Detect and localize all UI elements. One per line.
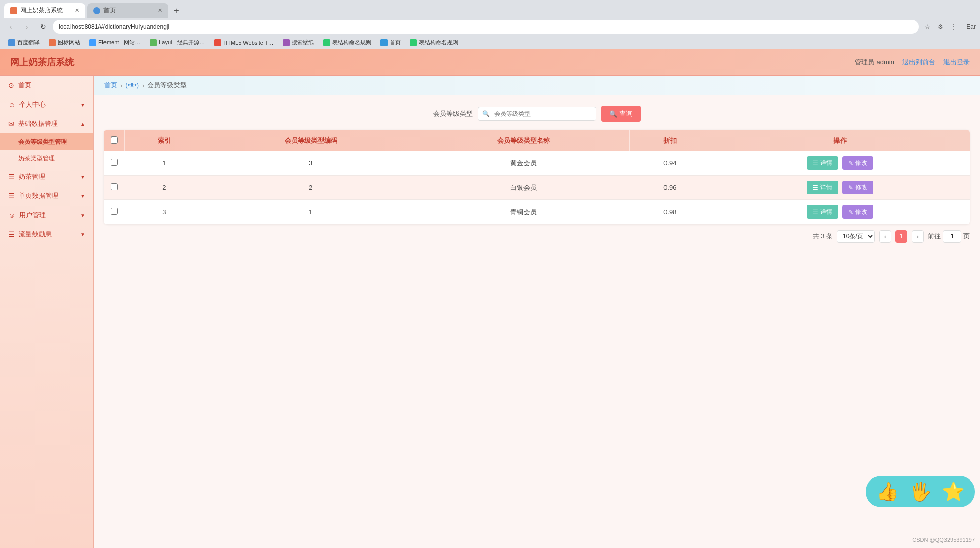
breadcrumb-emoji[interactable]: (•ᴥ•)	[125, 81, 139, 89]
next-page-button[interactable]: ›	[912, 230, 924, 243]
search-label: 会员等级类型	[433, 109, 473, 118]
th-code: 会员等级类型编码	[204, 130, 417, 151]
breadcrumb-current: 会员等级类型	[147, 81, 187, 90]
row3-edit-button[interactable]: ✎ 修改	[842, 205, 873, 219]
row1-actions: ☰ 详情 ✎ 修改	[710, 151, 970, 176]
search-input-icon: 🔍	[478, 110, 494, 117]
sidebar: ⊙ 首页 ☺ 个人中心 ▼ ✉ 基础数据管理 ▲ 会员等级类型管理 奶茶类型管理…	[0, 76, 94, 548]
breadcrumb-home[interactable]: 首页	[104, 81, 117, 90]
bookmark-favicon-2	[49, 39, 56, 46]
sidebar-item-orders[interactable]: ☰ 奶茶管理 ▼	[0, 167, 93, 186]
forward-button[interactable]: ›	[20, 20, 33, 33]
bookmark-favicon-4	[150, 39, 157, 46]
sidebar-item-users[interactable]: ☺ 用户管理 ▼	[0, 206, 93, 225]
row1-detail-button[interactable]: ☰ 详情	[807, 156, 838, 170]
prev-page-button[interactable]: ‹	[879, 230, 891, 243]
th-checkbox	[104, 130, 124, 151]
th-index: 索引	[124, 130, 204, 151]
bookmark-favicon-1	[8, 39, 15, 46]
goto-input[interactable]	[943, 230, 961, 243]
search-input-wrap: 🔍	[478, 107, 596, 121]
sidebar-item-order-data[interactable]: ☰ 单页数据管理 ▼	[0, 186, 93, 206]
row1-checkbox[interactable]	[111, 159, 118, 166]
bookmark-icons[interactable]: 图标网站	[45, 38, 84, 47]
current-page-number[interactable]: 1	[895, 230, 907, 243]
list-icon: ☰	[8, 173, 15, 181]
page-size-select[interactable]: 10条/页 20条/页 50条/页	[837, 230, 875, 243]
bookmark-table-rule1[interactable]: 表结构命名规则	[319, 38, 375, 47]
row3-actions: ☰ 详情 ✎ 修改	[710, 200, 970, 224]
sidebar-item-base-data[interactable]: ✉ 基础数据管理 ▲	[0, 114, 93, 133]
chevron-down-icon-5: ▼	[80, 232, 85, 237]
th-actions: 操作	[710, 130, 970, 151]
extension-icon[interactable]: ⚙	[935, 21, 946, 32]
app-header: 网上奶茶店系统 管理员 admin 退出到前台 退出登录	[0, 49, 980, 76]
row3-index: 3	[124, 200, 204, 224]
sidebar-sub-item-type-manage[interactable]: 奶茶类型管理	[0, 150, 93, 167]
page-goto: 前往 页	[928, 230, 970, 243]
edit-icon-2: ✎	[848, 184, 853, 191]
address-input[interactable]	[53, 20, 919, 34]
row3-checkbox[interactable]	[111, 208, 118, 215]
back-to-front-link[interactable]: 退出到前台	[902, 58, 935, 67]
row2-detail-button[interactable]: ☰ 详情	[807, 181, 838, 194]
row2-actions: ☰ 详情 ✎ 修改	[710, 176, 970, 200]
search-button[interactable]: 🔍 查询	[601, 106, 641, 122]
profile-icon: ☺	[8, 100, 15, 109]
row3-checkbox-cell	[104, 200, 124, 224]
bookmark-label-3: Element - 网站…	[98, 39, 141, 46]
sidebar-item-ads[interactable]: ☰ 流量鼓励息 ▼	[0, 225, 93, 244]
tab-close-1[interactable]: ✕	[75, 7, 79, 14]
csdn-watermark: CSDN @QQ3295391197	[912, 537, 975, 543]
tab-inactive[interactable]: 首页 ✕	[87, 3, 168, 18]
bookmark-home[interactable]: 首页	[376, 38, 405, 47]
row2-edit-button[interactable]: ✎ 修改	[842, 181, 873, 194]
table-row: 1 3 黄金会员 0.94 ☰ 详情 ✎	[104, 151, 970, 176]
detail-icon-2: ☰	[813, 184, 818, 191]
row3-detail-button[interactable]: ☰ 详情	[807, 205, 838, 219]
menu-icon[interactable]: ⋮	[948, 21, 959, 32]
mail-icon: ✉	[8, 120, 14, 128]
reload-button[interactable]: ↻	[37, 20, 50, 33]
collect-icon[interactable]: 🖐	[909, 481, 932, 502]
admin-label: 管理员 admin	[855, 58, 894, 67]
tab-add-button[interactable]: +	[170, 5, 183, 17]
search-btn-label: 查询	[619, 109, 633, 118]
page-icon: ☰	[8, 192, 15, 200]
row2-name: 白银会员	[417, 176, 630, 200]
select-all-checkbox[interactable]	[111, 136, 118, 144]
row1-edit-button[interactable]: ✎ 修改	[842, 156, 873, 170]
thumbs-up-icon[interactable]: 👍	[876, 481, 899, 502]
sidebar-sub-item-member-level[interactable]: 会员等级类型管理	[0, 133, 93, 150]
chevron-down-icon-4: ▼	[80, 213, 85, 218]
star-icon[interactable]: ⭐	[942, 481, 965, 502]
sidebar-item-home[interactable]: ⊙ 首页	[0, 76, 93, 95]
data-table: 索引 会员等级类型编码 会员等级类型名称 折扣 操作 1	[104, 130, 970, 224]
bookmark-html5[interactable]: HTML5 Website T…	[210, 38, 277, 47]
th-name: 会员等级类型名称	[417, 130, 630, 151]
logout-link[interactable]: 退出登录	[943, 58, 970, 67]
bookmark-favicon-7	[323, 39, 330, 46]
row2-code: 2	[204, 176, 417, 200]
search-input[interactable]	[494, 107, 596, 120]
table-row: 2 2 白银会员 0.96 ☰ 详情 ✎	[104, 176, 970, 200]
bookmark-label-5: HTML5 Website T…	[223, 40, 273, 46]
breadcrumb: 首页 › (•ᴥ•) › 会员等级类型	[94, 76, 980, 95]
bookmark-layui[interactable]: Layui - 经典开源…	[146, 38, 209, 47]
bookmark-icon[interactable]: ☆	[922, 21, 933, 32]
tab-active[interactable]: 网上奶茶店系统 ✕	[4, 3, 85, 18]
sidebar-item-profile[interactable]: ☺ 个人中心 ▼	[0, 95, 93, 114]
row2-checkbox[interactable]	[111, 183, 118, 190]
sidebar-label-orders: 奶茶管理	[19, 172, 45, 181]
tab-close-2[interactable]: ✕	[158, 7, 162, 14]
chevron-down-icon-2: ▼	[80, 174, 85, 180]
home-icon: ⊙	[8, 81, 14, 89]
bookmark-wallpaper[interactable]: 搜索壁纸	[278, 38, 318, 47]
bookmark-favicon-8	[380, 39, 388, 46]
back-button[interactable]: ‹	[4, 20, 17, 33]
bookmark-table-rule2[interactable]: 表结构命名规则	[406, 38, 462, 47]
bookmark-baidu[interactable]: 百度翻译	[4, 38, 44, 47]
breadcrumb-sep-1: ›	[120, 82, 122, 89]
bookmark-element[interactable]: Element - 网站…	[85, 38, 145, 47]
bookmark-label-1: 百度翻译	[17, 39, 40, 46]
